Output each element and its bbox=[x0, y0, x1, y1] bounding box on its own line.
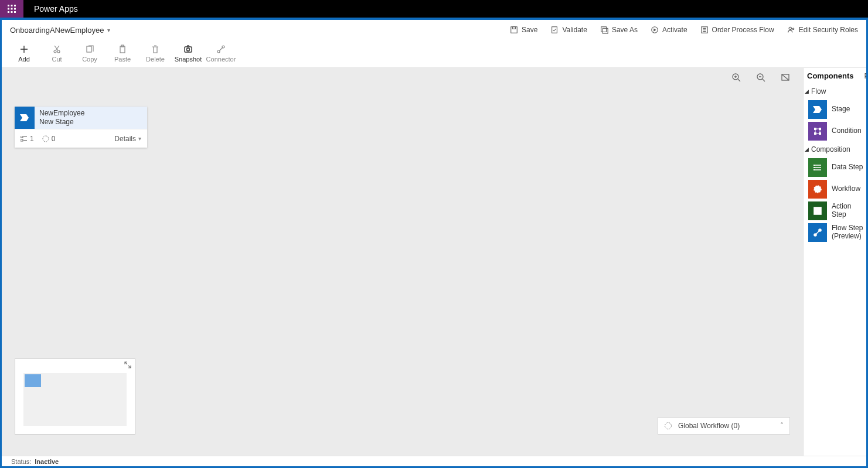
zoom-controls bbox=[731, 73, 790, 82]
svg-point-44 bbox=[819, 229, 821, 231]
chevron-down-icon: ▾ bbox=[107, 27, 110, 33]
save-button[interactable]: Save bbox=[510, 26, 537, 34]
svg-rect-31 bbox=[21, 139, 23, 141]
svg-rect-8 bbox=[14, 11, 16, 13]
svg-rect-7 bbox=[11, 11, 13, 13]
panel-tabs: Components Pro bbox=[804, 70, 866, 85]
stage-tile[interactable]: NewEmployee New Stage 1 0 Details ▾ bbox=[15, 107, 147, 148]
components-panel: Components Pro ◢ Flow Stage Condition ◢ … bbox=[803, 68, 866, 456]
minimap-stage-marker bbox=[25, 374, 41, 387]
paste-button[interactable]: Paste bbox=[106, 40, 139, 67]
chevron-down-icon: ▾ bbox=[138, 135, 141, 142]
waffle-icon[interactable] bbox=[0, 0, 23, 18]
process-name: OnboardingANewEmployee bbox=[10, 26, 104, 35]
status-label: Status: bbox=[11, 458, 31, 465]
svg-rect-12 bbox=[601, 27, 607, 32]
workflow-icon bbox=[664, 422, 672, 430]
svg-rect-0 bbox=[8, 5, 9, 6]
stage-icon bbox=[808, 100, 827, 119]
connector-button[interactable]: Connector bbox=[205, 40, 237, 67]
component-data-step[interactable]: Data Step bbox=[804, 158, 866, 177]
svg-point-24 bbox=[187, 48, 190, 51]
svg-rect-38 bbox=[813, 165, 815, 166]
svg-rect-34 bbox=[814, 128, 816, 130]
command-bar: OnboardingANewEmployee ▾ Save Validate S… bbox=[2, 20, 866, 40]
svg-rect-5 bbox=[14, 8, 16, 10]
step-count: 1 bbox=[21, 135, 34, 143]
stage-text: NewEmployee New Stage bbox=[35, 107, 147, 129]
svg-rect-20 bbox=[87, 46, 91, 52]
component-condition[interactable]: Condition bbox=[804, 121, 866, 141]
stage-entity: NewEmployee bbox=[39, 109, 142, 118]
validate-button[interactable]: Validate bbox=[550, 26, 587, 34]
save-as-button[interactable]: Save As bbox=[600, 26, 638, 34]
minimap-viewport bbox=[23, 373, 127, 426]
group-flow-label: Flow bbox=[811, 87, 826, 95]
save-label: Save bbox=[522, 26, 537, 34]
order-process-button[interactable]: Order Process Flow bbox=[700, 26, 774, 34]
component-data-step-label: Data Step bbox=[832, 163, 863, 172]
minimap[interactable] bbox=[15, 358, 135, 435]
component-condition-label: Condition bbox=[832, 127, 862, 135]
component-flow-step[interactable]: Flow Step (Preview) bbox=[804, 223, 866, 242]
app-header: Power Apps bbox=[0, 0, 868, 18]
component-flow-step-label: Flow Step (Preview) bbox=[832, 224, 866, 241]
component-workflow[interactable]: Workflow bbox=[804, 179, 866, 199]
zoom-in-icon[interactable] bbox=[731, 73, 741, 82]
details-toggle[interactable]: Details ▾ bbox=[114, 135, 141, 143]
triangle-down-icon: ◢ bbox=[805, 88, 809, 94]
brand-name: Power Apps bbox=[23, 4, 88, 13]
validate-label: Validate bbox=[562, 26, 587, 34]
condition-icon bbox=[808, 122, 827, 141]
group-composition-label: Composition bbox=[811, 145, 850, 153]
workflow-count: 0 bbox=[42, 135, 56, 143]
svg-point-19 bbox=[57, 50, 60, 53]
process-name-dropdown[interactable]: OnboardingANewEmployee ▾ bbox=[10, 26, 110, 35]
tab-properties[interactable]: Pro bbox=[864, 71, 866, 80]
tab-components[interactable]: Components bbox=[807, 71, 853, 80]
designer-frame: OnboardingANewEmployee ▾ Save Validate S… bbox=[0, 18, 868, 468]
status-bar: Status: Inactive bbox=[2, 456, 866, 466]
stage-footer: 1 0 Details ▾ bbox=[15, 129, 147, 148]
svg-rect-36 bbox=[814, 132, 816, 135]
canvas[interactable]: NewEmployee New Stage 1 0 Details ▾ bbox=[2, 68, 866, 456]
svg-point-25 bbox=[217, 50, 220, 53]
svg-rect-11 bbox=[552, 27, 557, 33]
add-button[interactable]: Add bbox=[8, 40, 40, 67]
cut-button[interactable]: Cut bbox=[40, 40, 73, 67]
svg-rect-35 bbox=[819, 128, 821, 130]
chevron-up-icon[interactable]: ˄ bbox=[780, 422, 784, 430]
snapshot-button[interactable]: Snapshot bbox=[172, 40, 205, 67]
global-workflow-label: Global Workflow (0) bbox=[678, 422, 740, 430]
svg-rect-39 bbox=[813, 167, 815, 168]
component-action-step-label: Action Step bbox=[832, 203, 866, 219]
activate-button[interactable]: Activate bbox=[651, 26, 687, 34]
fit-to-screen-icon[interactable] bbox=[781, 73, 790, 82]
details-label: Details bbox=[114, 135, 136, 143]
snapshot-label: Snapshot bbox=[175, 56, 202, 63]
activate-label: Activate bbox=[662, 26, 687, 34]
stage-icon bbox=[15, 107, 35, 129]
add-label: Add bbox=[18, 56, 30, 63]
component-stage-label: Stage bbox=[832, 105, 850, 114]
order-process-label: Order Process Flow bbox=[712, 26, 774, 34]
edit-security-button[interactable]: Edit Security Roles bbox=[787, 26, 858, 34]
svg-rect-13 bbox=[603, 28, 608, 33]
cut-label: Cut bbox=[52, 56, 62, 63]
workflow-icon bbox=[808, 180, 827, 199]
svg-rect-2 bbox=[14, 5, 16, 6]
svg-rect-37 bbox=[819, 132, 821, 135]
copy-button[interactable]: Copy bbox=[73, 40, 106, 67]
delete-button[interactable]: Delete bbox=[139, 40, 172, 67]
component-action-step[interactable]: Action Step bbox=[804, 201, 866, 221]
zoom-out-icon[interactable] bbox=[756, 73, 765, 82]
group-flow[interactable]: ◢ Flow bbox=[804, 85, 866, 98]
stage-header: NewEmployee New Stage bbox=[15, 107, 147, 129]
svg-rect-30 bbox=[21, 136, 23, 138]
svg-point-16 bbox=[789, 27, 791, 29]
component-stage[interactable]: Stage bbox=[804, 100, 866, 119]
global-workflow-strip[interactable]: Global Workflow (0) ˄ bbox=[658, 417, 790, 435]
group-composition[interactable]: ◢ Composition bbox=[804, 143, 866, 156]
svg-point-33 bbox=[665, 423, 672, 429]
minimap-expand-icon[interactable] bbox=[124, 361, 131, 368]
